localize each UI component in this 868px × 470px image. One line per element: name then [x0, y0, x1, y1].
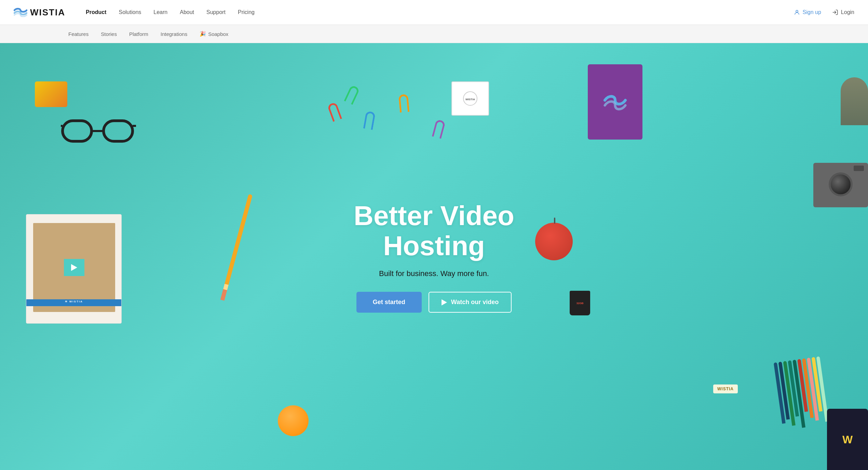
wistia-logo-icon: [14, 8, 27, 17]
nav-item-learn[interactable]: Learn: [153, 9, 167, 15]
sd-card-label: 32GB: [577, 302, 584, 305]
orange-decoration: [278, 405, 309, 436]
hero-content: Better Video Hosting Built for business.…: [340, 187, 528, 326]
sub-nav: Features Stories Platform Integrations 🎉…: [68, 25, 854, 43]
hero-title: Better Video Hosting: [354, 201, 514, 261]
raccoon-decoration: [841, 77, 868, 125]
nav-sub-soapbox[interactable]: 🎉 Soapbox: [200, 31, 228, 37]
wistia-tag-decoration: WISTIA: [713, 384, 738, 393]
header-left: WISTIA Product Solutions Learn About Sup…: [14, 7, 255, 18]
notebook-decoration: ≋ WISTIA: [26, 214, 122, 324]
nav-item-product[interactable]: Product: [86, 9, 106, 15]
watch-video-button[interactable]: Watch our video: [429, 292, 512, 313]
header-sub: Features Stories Platform Integrations 🎉…: [0, 25, 868, 43]
header: WISTIA Product Solutions Learn About Sup…: [0, 0, 868, 43]
get-started-button[interactable]: Get started: [356, 292, 422, 313]
play-icon: [442, 299, 447, 305]
wistia-book-logo: [601, 88, 629, 116]
sd-card-decoration: 32GB: [570, 291, 590, 315]
hero-section: WISTIA ≋ WISTIA 32GB: [0, 43, 868, 470]
toy-decoration: [35, 81, 67, 107]
notebook-cover: [33, 223, 115, 312]
svg-point-0: [796, 10, 798, 12]
nav-item-solutions[interactable]: Solutions: [119, 9, 141, 15]
sign-up-label: Sign up: [803, 9, 821, 15]
nav-sub-integrations[interactable]: Integrations: [161, 31, 187, 37]
sign-up-link[interactable]: Sign up: [794, 9, 821, 15]
nav-sub-platform[interactable]: Platform: [129, 31, 148, 37]
apple-decoration: [535, 223, 573, 260]
colored-pencils: [774, 356, 829, 431]
svg-rect-2: [63, 121, 92, 141]
notebook-play-button: [64, 259, 84, 276]
watch-video-label: Watch our video: [451, 299, 499, 306]
soapbox-label: Soapbox: [208, 31, 228, 37]
login-label: Login: [841, 9, 854, 15]
header-right: Sign up Login: [794, 9, 854, 15]
nav-item-support[interactable]: Support: [206, 9, 226, 15]
purple-book: [588, 64, 642, 140]
login-icon: [832, 9, 838, 15]
logo[interactable]: WISTIA: [14, 7, 65, 18]
hero-title-line1: Better Video: [354, 200, 514, 231]
hero-buttons: Get started Watch our video: [354, 292, 514, 313]
login-link[interactable]: Login: [832, 9, 854, 15]
nav-item-about[interactable]: About: [180, 9, 194, 15]
hero-title-line2: Hosting: [383, 231, 485, 261]
hero-subtitle: Built for business. Way more fun.: [354, 269, 514, 278]
wistia-sticker: WISTIA: [451, 81, 489, 116]
svg-text:WISTIA: WISTIA: [465, 98, 475, 101]
camera-decoration: [813, 163, 868, 207]
header-top: WISTIA Product Solutions Learn About Sup…: [0, 0, 868, 25]
notebook-stripe: ≋ WISTIA: [26, 299, 121, 306]
soapbox-emoji: 🎉: [200, 31, 206, 37]
notebook-label: ≋ WISTIA: [26, 299, 121, 303]
dark-item-decoration: W: [827, 409, 868, 470]
nav-sub-features[interactable]: Features: [68, 31, 89, 37]
main-nav: Product Solutions Learn About Support Pr…: [86, 9, 255, 15]
user-icon: [794, 9, 800, 15]
svg-rect-3: [104, 121, 133, 141]
glasses-decoration: [61, 116, 136, 151]
nav-sub-stories[interactable]: Stories: [101, 31, 117, 37]
logo-text: WISTIA: [30, 7, 65, 18]
nav-item-pricing[interactable]: Pricing: [238, 9, 255, 15]
sticker-icon: WISTIA: [462, 90, 479, 107]
